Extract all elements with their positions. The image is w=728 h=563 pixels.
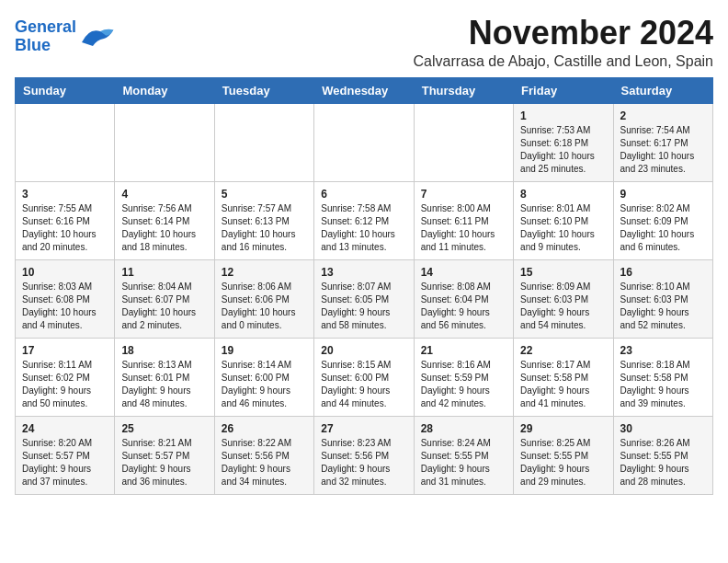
day-info: Sunrise: 8:24 AM Sunset: 5:55 PM Dayligh… [421, 437, 506, 488]
calendar-cell: 20Sunrise: 8:15 AM Sunset: 6:00 PM Dayli… [314, 338, 414, 416]
calendar-week-4: 24Sunrise: 8:20 AM Sunset: 5:57 PM Dayli… [16, 416, 713, 494]
logo-text2: Blue [15, 36, 51, 54]
calendar-body: 1Sunrise: 7:53 AM Sunset: 6:18 PM Daylig… [16, 103, 713, 494]
page-subtitle: Calvarrasa de Abajo, Castille and Leon, … [414, 53, 713, 70]
day-number: 13 [321, 266, 406, 279]
day-number: 28 [421, 422, 506, 435]
day-info: Sunrise: 8:08 AM Sunset: 6:04 PM Dayligh… [421, 281, 506, 332]
calendar-cell: 14Sunrise: 8:08 AM Sunset: 6:04 PM Dayli… [414, 259, 513, 338]
calendar-cell: 19Sunrise: 8:14 AM Sunset: 6:00 PM Dayli… [214, 338, 313, 416]
day-number: 27 [321, 422, 406, 435]
calendar-cell: 9Sunrise: 8:02 AM Sunset: 6:09 PM Daylig… [613, 181, 712, 259]
calendar-cell: 15Sunrise: 8:09 AM Sunset: 6:03 PM Dayli… [514, 259, 613, 338]
day-info: Sunrise: 8:09 AM Sunset: 6:03 PM Dayligh… [520, 281, 606, 332]
day-number: 5 [222, 188, 307, 201]
day-info: Sunrise: 8:25 AM Sunset: 5:55 PM Dayligh… [520, 437, 606, 488]
logo-bird-icon [78, 24, 115, 50]
calendar-cell: 2Sunrise: 7:54 AM Sunset: 6:17 PM Daylig… [613, 103, 712, 181]
calendar-week-1: 3Sunrise: 7:55 AM Sunset: 6:16 PM Daylig… [16, 181, 713, 259]
calendar-cell: 5Sunrise: 7:57 AM Sunset: 6:13 PM Daylig… [214, 181, 313, 259]
day-info: Sunrise: 8:10 AM Sunset: 6:03 PM Dayligh… [620, 281, 706, 332]
calendar-cell: 25Sunrise: 8:21 AM Sunset: 5:57 PM Dayli… [115, 416, 214, 494]
weekday-header-thursday: Thursday [414, 77, 513, 103]
calendar-week-2: 10Sunrise: 8:03 AM Sunset: 6:08 PM Dayli… [16, 259, 713, 338]
day-number: 11 [121, 266, 207, 279]
calendar-cell: 13Sunrise: 8:07 AM Sunset: 6:05 PM Dayli… [314, 259, 414, 338]
day-number: 18 [121, 344, 207, 357]
calendar-cell: 3Sunrise: 7:55 AM Sunset: 6:16 PM Daylig… [16, 181, 115, 259]
calendar-cell: 12Sunrise: 8:06 AM Sunset: 6:06 PM Dayli… [214, 259, 313, 338]
logo: General Blue [15, 18, 115, 55]
calendar-cell: 26Sunrise: 8:22 AM Sunset: 5:56 PM Dayli… [214, 416, 313, 494]
day-info: Sunrise: 7:55 AM Sunset: 6:16 PM Dayligh… [22, 202, 108, 254]
page-title: November 2024 [414, 15, 713, 52]
day-number: 26 [222, 422, 307, 435]
day-info: Sunrise: 8:15 AM Sunset: 6:00 PM Dayligh… [321, 359, 406, 410]
calendar-cell: 16Sunrise: 8:10 AM Sunset: 6:03 PM Dayli… [613, 259, 712, 338]
day-info: Sunrise: 7:53 AM Sunset: 6:18 PM Dayligh… [520, 124, 606, 176]
day-number: 7 [421, 188, 506, 201]
day-number: 1 [520, 109, 606, 122]
day-number: 4 [121, 188, 207, 201]
day-info: Sunrise: 8:04 AM Sunset: 6:07 PM Dayligh… [121, 281, 207, 332]
weekday-header-saturday: Saturday [613, 77, 712, 103]
calendar-week-0: 1Sunrise: 7:53 AM Sunset: 6:18 PM Daylig… [16, 103, 713, 181]
calendar-cell: 21Sunrise: 8:16 AM Sunset: 5:59 PM Dayli… [414, 338, 513, 416]
day-number: 9 [620, 188, 706, 201]
weekday-header-monday: Monday [115, 77, 214, 103]
day-info: Sunrise: 8:21 AM Sunset: 5:57 PM Dayligh… [121, 437, 207, 488]
day-info: Sunrise: 8:02 AM Sunset: 6:09 PM Dayligh… [620, 202, 706, 254]
calendar-cell: 28Sunrise: 8:24 AM Sunset: 5:55 PM Dayli… [414, 416, 513, 494]
weekday-header-wednesday: Wednesday [314, 77, 414, 103]
calendar-cell: 22Sunrise: 8:17 AM Sunset: 5:58 PM Dayli… [514, 338, 613, 416]
day-info: Sunrise: 8:11 AM Sunset: 6:02 PM Dayligh… [22, 359, 108, 410]
weekday-header-friday: Friday [514, 77, 613, 103]
day-info: Sunrise: 7:54 AM Sunset: 6:17 PM Dayligh… [620, 124, 706, 176]
calendar-cell: 11Sunrise: 8:04 AM Sunset: 6:07 PM Dayli… [115, 259, 214, 338]
day-number: 12 [222, 266, 307, 279]
day-info: Sunrise: 8:26 AM Sunset: 5:55 PM Dayligh… [620, 437, 706, 488]
day-number: 23 [620, 344, 706, 357]
day-info: Sunrise: 8:06 AM Sunset: 6:06 PM Dayligh… [222, 281, 307, 332]
day-number: 25 [121, 422, 207, 435]
calendar-cell [115, 103, 214, 181]
calendar-cell [16, 103, 115, 181]
day-number: 6 [321, 188, 406, 201]
weekday-header-sunday: Sunday [16, 77, 115, 103]
calendar-cell: 24Sunrise: 8:20 AM Sunset: 5:57 PM Dayli… [16, 416, 115, 494]
calendar-table: SundayMondayTuesdayWednesdayThursdayFrid… [15, 77, 713, 495]
calendar-cell: 7Sunrise: 8:00 AM Sunset: 6:11 PM Daylig… [414, 181, 513, 259]
day-number: 15 [520, 266, 606, 279]
day-number: 16 [620, 266, 706, 279]
calendar-cell [214, 103, 313, 181]
day-number: 8 [520, 188, 606, 201]
day-info: Sunrise: 8:03 AM Sunset: 6:08 PM Dayligh… [22, 281, 108, 332]
day-info: Sunrise: 8:17 AM Sunset: 5:58 PM Dayligh… [520, 359, 606, 410]
calendar-week-3: 17Sunrise: 8:11 AM Sunset: 6:02 PM Dayli… [16, 338, 713, 416]
day-info: Sunrise: 8:14 AM Sunset: 6:00 PM Dayligh… [222, 359, 307, 410]
day-number: 3 [22, 188, 108, 201]
calendar-cell: 18Sunrise: 8:13 AM Sunset: 6:01 PM Dayli… [115, 338, 214, 416]
calendar-cell: 17Sunrise: 8:11 AM Sunset: 6:02 PM Dayli… [16, 338, 115, 416]
day-number: 19 [222, 344, 307, 357]
day-info: Sunrise: 8:07 AM Sunset: 6:05 PM Dayligh… [321, 281, 406, 332]
day-info: Sunrise: 7:56 AM Sunset: 6:14 PM Dayligh… [121, 202, 207, 254]
day-number: 10 [22, 266, 108, 279]
day-number: 22 [520, 344, 606, 357]
calendar-cell: 29Sunrise: 8:25 AM Sunset: 5:55 PM Dayli… [514, 416, 613, 494]
page-header: General Blue November 2024 Calvarrasa de… [15, 15, 713, 70]
calendar-cell: 1Sunrise: 7:53 AM Sunset: 6:18 PM Daylig… [514, 103, 613, 181]
day-number: 21 [421, 344, 506, 357]
calendar-cell: 8Sunrise: 8:01 AM Sunset: 6:10 PM Daylig… [514, 181, 613, 259]
weekday-header-row: SundayMondayTuesdayWednesdayThursdayFrid… [16, 77, 713, 103]
calendar-cell: 6Sunrise: 7:58 AM Sunset: 6:12 PM Daylig… [314, 181, 414, 259]
day-number: 14 [421, 266, 506, 279]
calendar-cell [414, 103, 513, 181]
day-number: 2 [620, 109, 706, 122]
calendar-cell: 30Sunrise: 8:26 AM Sunset: 5:55 PM Dayli… [613, 416, 712, 494]
calendar-cell: 27Sunrise: 8:23 AM Sunset: 5:56 PM Dayli… [314, 416, 414, 494]
day-info: Sunrise: 8:13 AM Sunset: 6:01 PM Dayligh… [121, 359, 207, 410]
day-number: 20 [321, 344, 406, 357]
day-number: 17 [22, 344, 108, 357]
day-info: Sunrise: 8:22 AM Sunset: 5:56 PM Dayligh… [222, 437, 307, 488]
